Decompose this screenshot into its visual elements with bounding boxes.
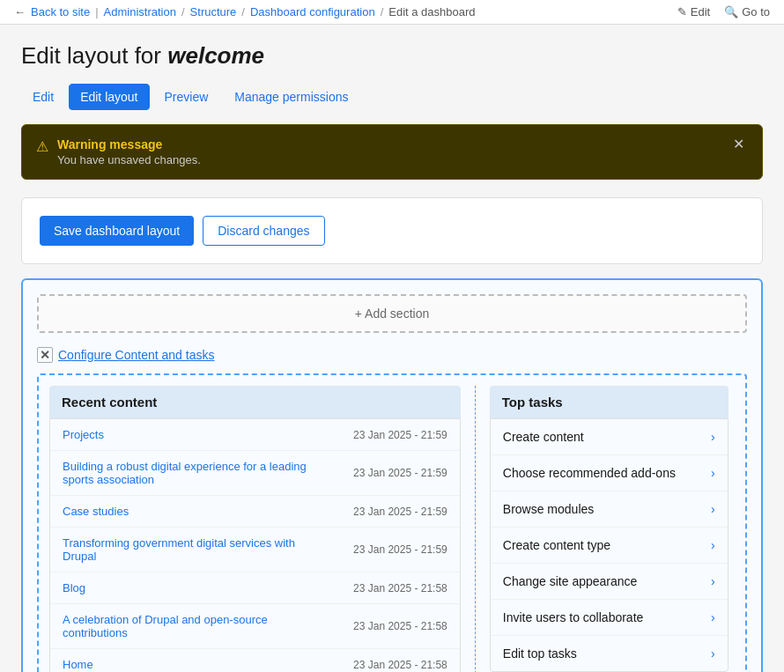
back-to-site-link[interactable]: Back to site <box>31 5 90 18</box>
content-item: Home 23 Jan 2025 - 21:58 <box>50 649 460 672</box>
content-item-date: 23 Jan 2025 - 21:58 <box>353 582 447 594</box>
tab-preview[interactable]: Preview <box>153 84 220 110</box>
content-item-date: 23 Jan 2025 - 21:59 <box>353 467 447 479</box>
chevron-right-icon: › <box>711 610 715 624</box>
task-item[interactable]: Invite users to collaborate › <box>491 600 728 636</box>
tab-manage-permissions[interactable]: Manage permissions <box>223 84 359 110</box>
task-item[interactable]: Edit top tasks › <box>491 636 728 671</box>
content-item-date: 23 Jan 2025 - 21:58 <box>353 620 447 632</box>
warning-icon: ⚠ <box>36 138 48 155</box>
task-item-label: Change site appearance <box>503 574 638 588</box>
admin-bar: ← Back to site | Administration / Struct… <box>0 0 784 25</box>
tabs-container: Edit Edit layout Preview Manage permissi… <box>21 84 763 110</box>
content-list: Projects 23 Jan 2025 - 21:59 Building a … <box>49 418 461 672</box>
search-icon: 🔍 <box>724 5 738 18</box>
warning-title: Warning message <box>57 137 201 151</box>
col-right: Top tasks Create content › Choose recomm… <box>475 386 729 672</box>
content-item-date: 23 Jan 2025 - 21:58 <box>353 659 447 671</box>
sep2: / <box>181 5 185 18</box>
task-item[interactable]: Create content type › <box>491 528 728 564</box>
content-item-link[interactable]: Blog <box>63 581 85 594</box>
warning-box: ⚠ Warning message You have unsaved chang… <box>21 124 763 180</box>
breadcrumb-dashboard-config[interactable]: Dashboard configuration <box>250 5 375 18</box>
task-item[interactable]: Change site appearance › <box>491 564 728 600</box>
task-item[interactable]: Choose recommended add-ons › <box>491 455 728 491</box>
breadcrumb-structure[interactable]: Structure <box>190 5 237 18</box>
admin-bar-left: ← Back to site | Administration / Struct… <box>14 5 476 18</box>
content-item: Case studies 23 Jan 2025 - 21:59 <box>50 496 460 528</box>
task-list: Create content › Choose recommended add-… <box>490 418 729 672</box>
content-item-link[interactable]: Building a robust digital experience for… <box>63 460 327 486</box>
chevron-right-icon: › <box>711 466 715 480</box>
page-title: Edit layout for welcome <box>21 42 763 70</box>
content-item-link[interactable]: A celebration of Drupal and open-source … <box>63 613 327 639</box>
content-item-link[interactable]: Home <box>63 658 93 671</box>
tab-edit-layout[interactable]: Edit layout <box>69 84 149 110</box>
chevron-right-icon: › <box>711 538 715 552</box>
task-item[interactable]: Create content › <box>491 419 728 455</box>
discard-changes-button[interactable]: Discard changes <box>203 216 324 246</box>
add-section-bar[interactable]: + Add section <box>37 294 747 333</box>
edit-action[interactable]: ✎ Edit <box>677 5 710 18</box>
configure-link[interactable]: Configure Content and tasks <box>58 348 214 362</box>
sep4: / <box>381 5 384 18</box>
content-item-link[interactable]: Transforming government digital services… <box>63 536 327 563</box>
chevron-right-icon: › <box>711 574 715 588</box>
dashboard-card: Save dashboard layout Discard changes <box>21 197 763 264</box>
task-item[interactable]: Browse modules › <box>491 491 728 528</box>
content-item: Blog 23 Jan 2025 - 21:58 <box>50 572 460 604</box>
content-item: A celebration of Drupal and open-source … <box>50 604 460 649</box>
chevron-right-icon: › <box>711 430 715 444</box>
task-item-label: Invite users to collaborate <box>503 610 644 624</box>
recent-content-header: Recent content <box>49 386 461 418</box>
warning-content: ⚠ Warning message You have unsaved chang… <box>36 137 201 166</box>
two-column-layout: Recent content Projects 23 Jan 2025 - 21… <box>37 373 747 672</box>
warning-desc: You have unsaved changes. <box>57 153 201 166</box>
warning-text: Warning message You have unsaved changes… <box>57 137 201 166</box>
content-item-date: 23 Jan 2025 - 21:59 <box>353 506 447 518</box>
goto-label: Go to <box>742 5 770 18</box>
top-tasks-header: Top tasks <box>490 386 729 418</box>
save-dashboard-button[interactable]: Save dashboard layout <box>40 216 194 246</box>
back-arrow-icon: ← <box>14 5 26 18</box>
chevron-right-icon: › <box>711 646 715 661</box>
task-item-label: Browse modules <box>503 502 595 516</box>
col-left: Recent content Projects 23 Jan 2025 - 21… <box>49 386 461 672</box>
breadcrumb-admin[interactable]: Administration <box>104 5 176 18</box>
content-item: Projects 23 Jan 2025 - 21:59 <box>50 419 460 451</box>
content-item-date: 23 Jan 2025 - 21:59 <box>353 429 447 441</box>
main-content: Edit layout for welcome Edit Edit layout… <box>0 25 784 672</box>
task-item-label: Create content <box>503 430 584 444</box>
pencil-icon: ✎ <box>677 5 687 18</box>
configure-close-button[interactable]: ✕ <box>37 347 53 363</box>
configure-row: ✕ Configure Content and tasks <box>37 347 747 363</box>
separator: | <box>95 5 98 18</box>
warning-close-button[interactable]: ✕ <box>729 137 748 151</box>
goto-action[interactable]: 🔍 Go to <box>724 5 770 18</box>
content-item: Building a robust digital experience for… <box>50 451 460 496</box>
tab-edit[interactable]: Edit <box>21 84 65 110</box>
task-item-label: Create content type <box>503 538 610 552</box>
layout-canvas: + Add section ✕ Configure Content and ta… <box>21 278 763 672</box>
content-item-date: 23 Jan 2025 - 21:59 <box>353 543 447 556</box>
content-item-link[interactable]: Case studies <box>63 505 129 518</box>
task-item-label: Choose recommended add-ons <box>503 466 676 480</box>
edit-label: Edit <box>691 5 710 18</box>
breadcrumb-current: Edit a dashboard <box>388 5 475 18</box>
content-item: Transforming government digital services… <box>50 528 460 572</box>
admin-bar-right: ✎ Edit 🔍 Go to <box>677 5 770 18</box>
chevron-right-icon: › <box>711 502 715 516</box>
content-item-link[interactable]: Projects <box>63 428 104 441</box>
sep3: / <box>241 5 245 18</box>
button-row: Save dashboard layout Discard changes <box>40 216 744 246</box>
task-item-label: Edit top tasks <box>503 646 577 661</box>
